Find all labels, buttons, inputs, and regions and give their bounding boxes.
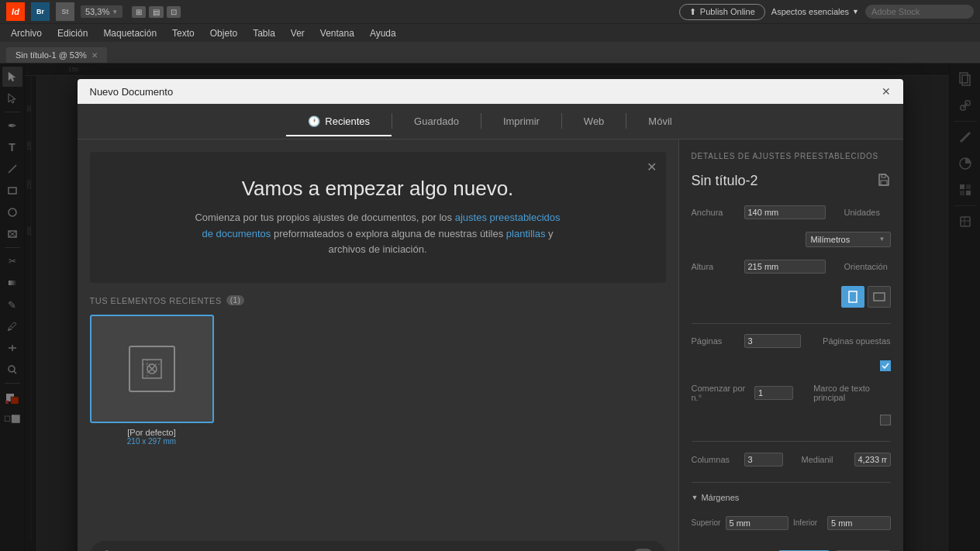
app-icon-bridge: Br <box>31 2 50 21</box>
paginas-opuestas-checkbox[interactable] <box>880 360 891 371</box>
welcome-text: Comienza por tus propios ajustes de docu… <box>192 210 564 258</box>
recent-item-size-0: 210 x 297 mm <box>90 437 214 446</box>
margin-superior-input[interactable] <box>726 516 789 530</box>
welcome-title: Vamos a empezar algo nuevo. <box>109 177 647 201</box>
welcome-banner: ✕ Vamos a empezar algo nuevo. Comienza p… <box>90 152 666 283</box>
preset-section-title: DETALLES DE AJUSTES PREESTABLECIDOS <box>692 152 891 160</box>
medianil-label: Medianil <box>802 455 848 464</box>
tab-guardado[interactable]: Guardado <box>392 106 481 136</box>
recent-thumb-0 <box>90 315 214 423</box>
app-icon-id: Id <box>6 2 25 21</box>
modal-body: ✕ Vamos a empezar algo nuevo. Comienza p… <box>78 139 903 551</box>
recent-section: TUS ELEMENTOS RECIENTES (1) <box>78 295 678 529</box>
tab-imprimir[interactable]: Imprimir <box>481 106 561 136</box>
anchura-row: Anchura Unidades <box>692 205 891 219</box>
recent-header: TUS ELEMENTOS RECIENTES (1) <box>90 295 666 305</box>
recent-item-name-0: [Por defecto] <box>90 428 214 437</box>
tab-movil[interactable]: Móvil <box>626 106 693 136</box>
menu-ventana[interactable]: Ventana <box>312 24 362 42</box>
menu-archivo[interactable]: Archivo <box>3 24 50 42</box>
chevron-down-icon: ▼ <box>879 236 885 243</box>
chevron-down-icon: ▼ <box>852 8 859 15</box>
modal-header: Nuevo Documento ✕ <box>78 79 903 104</box>
new-document-modal: Nuevo Documento ✕ 🕐 Recientes Guardado I… <box>78 79 903 551</box>
modal-overlay: Nuevo Documento ✕ 🕐 Recientes Guardado I… <box>0 64 980 551</box>
template-search-bar: 🔍 Ir <box>90 541 666 551</box>
marco-label: Marco de texto principal <box>813 384 890 402</box>
view-btn-1[interactable]: ⊞ <box>132 6 146 18</box>
publish-online-button[interactable]: ⬆ Publish Online <box>679 4 765 20</box>
margenes-section-toggle[interactable]: ▼ Márgenes <box>692 493 891 502</box>
comenzar-label: Comenzar por n.° <box>692 384 748 402</box>
app-icon-stock: St <box>56 2 74 21</box>
paginas-opuestas-label: Páginas opuestas <box>823 336 890 346</box>
marco-row <box>692 415 891 425</box>
zoom-display[interactable]: 53,3% ▼ <box>81 5 122 18</box>
comenzar-input[interactable] <box>754 386 793 400</box>
view-controls: ⊞ ▤ ⊡ <box>132 6 181 18</box>
adobe-stock-search-input[interactable] <box>865 5 974 19</box>
menu-bar: Archivo Edición Maquetación Texto Objeto… <box>0 23 980 42</box>
workspace-selector[interactable]: Aspectos esenciales ▼ <box>771 7 859 16</box>
menu-maquetacion[interactable]: Maquetación <box>95 24 164 42</box>
orientacion-label: Orientación <box>844 262 891 271</box>
columnas-label: Columnas <box>692 455 738 464</box>
welcome-close-button[interactable]: ✕ <box>647 160 657 174</box>
modal-title: Nuevo Documento <box>90 86 174 98</box>
marco-texto-checkbox[interactable] <box>880 415 891 425</box>
preset-save-button[interactable] <box>877 173 891 190</box>
tab-recientes[interactable]: 🕐 Recientes <box>286 106 392 136</box>
comenzar-row: Comenzar por n.° Marco de texto principa… <box>692 384 891 402</box>
view-btn-3[interactable]: ⊡ <box>167 6 181 18</box>
menu-ver[interactable]: Ver <box>283 24 312 42</box>
tab-bar: Sin título-1 @ 53% ✕ <box>0 42 980 64</box>
preset-name: Sin título-2 <box>692 173 758 189</box>
portrait-orientation-button[interactable] <box>841 286 864 308</box>
recent-count: (1) <box>226 295 245 305</box>
medianil-input[interactable] <box>854 453 891 467</box>
margins-grid: Superior Inferior <box>692 516 891 530</box>
preset-name-row: Sin título-2 <box>692 173 891 190</box>
margin-superior: Superior <box>692 516 789 530</box>
anchura-input[interactable] <box>744 205 826 219</box>
view-btn-2[interactable]: ▤ <box>149 6 164 18</box>
doc-tab[interactable]: Sin título-1 @ 53% ✕ <box>6 47 107 63</box>
modal-tabs: 🕐 Recientes Guardado Imprimir Web Móvil <box>78 104 903 139</box>
paginas-input[interactable] <box>744 334 802 348</box>
anchura-label: Anchura <box>692 208 738 217</box>
menu-ayuda[interactable]: Ayuda <box>362 24 404 42</box>
altura-row: Altura Orientación <box>692 260 891 274</box>
paginas-row: Páginas Páginas opuestas <box>692 334 891 348</box>
orientation-buttons <box>841 286 891 308</box>
modal-close-button[interactable]: ✕ <box>882 85 891 98</box>
margin-inferior-input[interactable] <box>827 516 891 530</box>
menu-tabla[interactable]: Tabla <box>245 24 283 42</box>
collapse-icon: ▼ <box>692 494 699 501</box>
menu-texto[interactable]: Texto <box>164 24 202 42</box>
paginas-opuestas-row <box>692 360 891 371</box>
recent-item-0[interactable]: [Por defecto] 210 x 297 mm <box>90 315 214 446</box>
landscape-orientation-button[interactable] <box>868 286 891 308</box>
svg-rect-41 <box>881 181 887 185</box>
columnas-row: Columnas Medianil <box>692 453 891 467</box>
modal-right-panel: DETALLES DE AJUSTES PREESTABLECIDOS Sin … <box>678 139 903 551</box>
recent-grid: [Por defecto] 210 x 297 mm <box>90 315 666 446</box>
svg-rect-43 <box>849 291 857 302</box>
templates-link[interactable]: plantillas <box>506 228 546 239</box>
close-tab-button[interactable]: ✕ <box>91 51 98 60</box>
columnas-input[interactable] <box>744 453 783 467</box>
top-bar: Id Br St 53,3% ▼ ⊞ ▤ ⊡ ⬆ Publish Online … <box>0 0 980 23</box>
clock-icon: 🕐 <box>308 115 320 127</box>
publish-icon: ⬆ <box>689 7 696 17</box>
orientation-buttons-row <box>692 286 891 308</box>
unidades-label: Unidades <box>844 208 891 217</box>
menu-objeto[interactable]: Objeto <box>202 24 245 42</box>
svg-rect-44 <box>874 293 885 301</box>
modal-footer: Previsualización Crear Cerrar <box>692 542 891 551</box>
tab-web[interactable]: Web <box>562 106 626 136</box>
unidades-row: Milímetros ▼ <box>692 232 891 247</box>
altura-input[interactable] <box>744 260 826 274</box>
margin-inferior: Inferior <box>793 516 891 530</box>
unidades-dropdown[interactable]: Milímetros ▼ <box>806 232 891 247</box>
menu-edicion[interactable]: Edición <box>50 24 95 42</box>
